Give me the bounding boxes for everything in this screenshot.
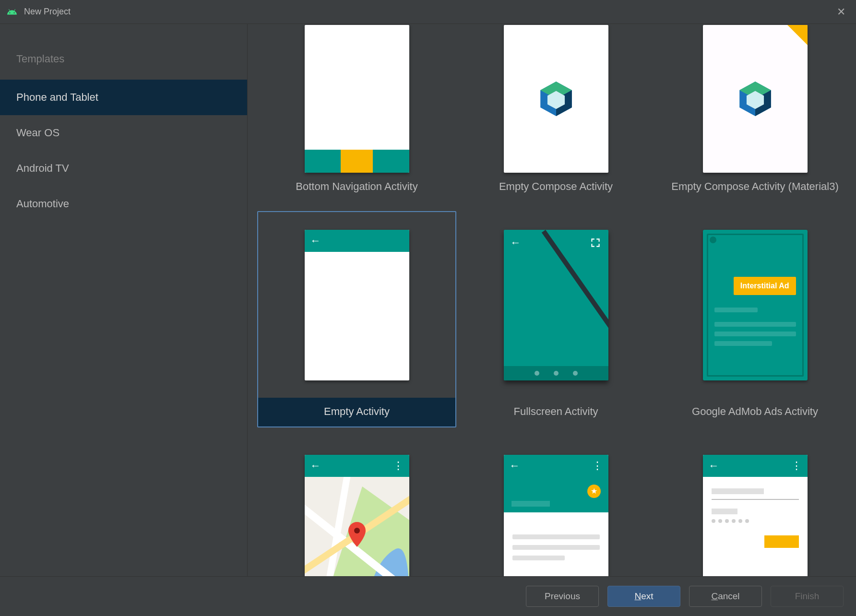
template-empty-compose-m3[interactable]: Empty Compose Activity (Material3) xyxy=(655,24,855,202)
overflow-icon: ⋮ xyxy=(791,460,802,472)
login-submit-icon xyxy=(764,535,799,548)
template-empty-activity[interactable]: ← Empty Activity xyxy=(257,211,456,427)
template-google-pay[interactable]: ←⋮ ★ Pay xyxy=(456,436,655,576)
template-admob[interactable]: Interstitial Ad Google AdMob Ads Activit… xyxy=(655,211,855,427)
template-thumb: ←⋮ xyxy=(656,437,854,576)
template-label: Empty Compose Activity (Material3) xyxy=(656,173,854,201)
new-ribbon-icon xyxy=(787,25,808,46)
template-thumb: ←⋮ ★ Pay xyxy=(457,437,654,576)
button-label: Next xyxy=(634,591,653,602)
template-thumb xyxy=(656,25,854,173)
template-label: Fullscreen Activity xyxy=(457,398,654,426)
template-login[interactable]: ←⋮ xyxy=(655,436,855,576)
window-title: New Project xyxy=(24,7,71,17)
ad-chip: Interstitial Ad xyxy=(734,277,796,295)
svg-point-10 xyxy=(354,528,360,533)
finish-button[interactable]: Finish xyxy=(771,586,844,607)
compose-logo-icon xyxy=(504,25,608,173)
template-maps[interactable]: ←⋮ xyxy=(257,436,456,576)
footer: Previous Next Cancel Finish xyxy=(0,577,856,616)
sidebar-header: Templates xyxy=(0,43,247,80)
template-thumb: Interstitial Ad xyxy=(656,212,854,398)
android-icon xyxy=(7,7,17,17)
overflow-icon: ⋮ xyxy=(393,460,404,472)
back-arrow-icon: ← xyxy=(510,460,520,472)
sidebar-item-label: Phone and Tablet xyxy=(16,91,98,103)
title-bar: New Project ✕ xyxy=(0,0,856,24)
template-thumb: ← xyxy=(258,212,455,398)
sidebar-item-label: Android TV xyxy=(16,162,69,174)
template-label: Empty Activity xyxy=(258,398,455,426)
sidebar-item-android-tv[interactable]: Android TV xyxy=(0,151,247,186)
sidebar: Templates Phone and Tablet Wear OS Andro… xyxy=(0,24,248,576)
back-arrow-icon: ← xyxy=(511,237,521,249)
back-arrow-icon: ← xyxy=(310,460,321,472)
overflow-icon: ⋮ xyxy=(592,460,603,472)
template-label: Bottom Navigation Activity xyxy=(258,173,455,201)
template-bottom-navigation[interactable]: Bottom Navigation Activity xyxy=(257,24,456,202)
template-fullscreen[interactable]: ← Fullscreen Activity xyxy=(456,211,655,427)
template-label: Google AdMob Ads Activity xyxy=(656,398,854,426)
sidebar-item-automotive[interactable]: Automotive xyxy=(0,186,247,222)
button-label: Cancel xyxy=(711,591,739,602)
sidebar-item-label: Automotive xyxy=(16,198,69,210)
sidebar-item-label: Wear OS xyxy=(16,127,59,139)
back-arrow-icon: ← xyxy=(709,460,719,472)
template-thumb xyxy=(258,25,455,173)
star-fab-icon: ★ xyxy=(587,485,601,498)
compose-logo-icon xyxy=(703,25,808,173)
button-label: Previous xyxy=(545,591,580,602)
cancel-button[interactable]: Cancel xyxy=(689,586,762,607)
sidebar-item-wear-os[interactable]: Wear OS xyxy=(0,115,247,151)
pager-dots xyxy=(504,371,608,376)
template-thumb xyxy=(457,25,654,173)
previous-button[interactable]: Previous xyxy=(526,586,599,607)
template-empty-compose[interactable]: Empty Compose Activity xyxy=(456,24,655,202)
template-thumb: ← xyxy=(457,212,654,398)
sidebar-item-phone-tablet[interactable]: Phone and Tablet xyxy=(0,80,247,115)
template-thumb: ←⋮ xyxy=(258,437,455,576)
main-area: Templates Phone and Tablet Wear OS Andro… xyxy=(0,24,856,577)
back-arrow-icon: ← xyxy=(310,235,321,247)
template-label: Empty Compose Activity xyxy=(457,173,654,201)
close-icon[interactable]: ✕ xyxy=(833,4,849,20)
button-label: Finish xyxy=(795,591,820,602)
fullscreen-icon xyxy=(589,237,602,251)
next-button[interactable]: Next xyxy=(607,586,680,607)
template-grid: Bottom Navigation Activity xyxy=(248,24,856,576)
map-preview xyxy=(305,477,409,577)
bottom-nav-bar xyxy=(305,150,409,173)
